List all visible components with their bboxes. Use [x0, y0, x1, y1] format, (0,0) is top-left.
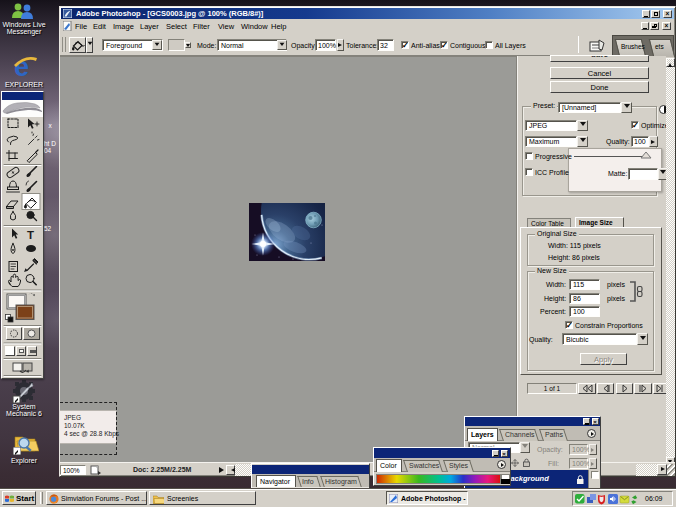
svg-text:T: T	[27, 229, 34, 241]
